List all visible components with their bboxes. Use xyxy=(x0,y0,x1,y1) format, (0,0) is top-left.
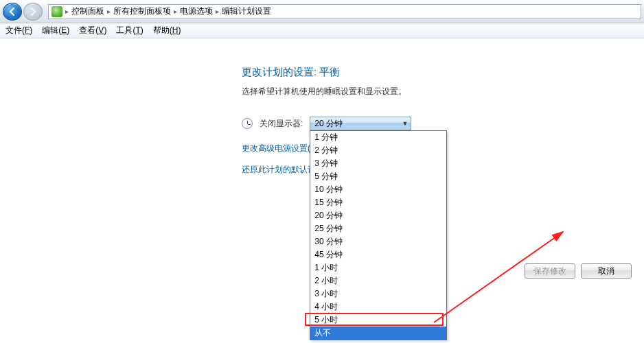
content-area: 更改计划的设置: 平衡 选择希望计算机使用的睡眠设置和显示设置。 关闭显示器: … xyxy=(0,38,644,343)
menu-bar: 文件(F) 编辑(E) 查看(V) 工具(T) 帮助(H) xyxy=(0,23,644,38)
option[interactable]: 3 分钟 xyxy=(310,157,446,170)
save-button[interactable]: 保存修改 xyxy=(525,263,575,279)
nav-bar: ▸ 控制面板 ▸ 所有控制面板项 ▸ 电源选项 ▸ 编辑计划设置 xyxy=(0,0,644,23)
option[interactable]: 10 分钟 xyxy=(310,183,446,196)
combo-value: 20 分钟 xyxy=(314,118,343,130)
display-off-label: 关闭显示器: xyxy=(260,118,303,130)
back-button[interactable] xyxy=(3,3,22,21)
menu-view[interactable]: 查看(V) xyxy=(79,25,106,36)
breadcrumb[interactable]: 编辑计划设置 xyxy=(222,5,271,17)
option[interactable]: 5 小时 xyxy=(310,314,446,327)
display-off-row: 关闭显示器: 20 分钟 ▼ 1 分钟 2 分钟 3 分钟 5 分钟 10 分钟… xyxy=(242,117,612,130)
menu-help[interactable]: 帮助(H) xyxy=(153,25,181,36)
option[interactable]: 20 分钟 xyxy=(310,209,446,222)
option[interactable]: 4 小时 xyxy=(310,300,446,314)
menu-file[interactable]: 文件(F) xyxy=(5,25,32,36)
chevron-right-icon: ▸ xyxy=(174,8,177,15)
option[interactable]: 2 分钟 xyxy=(310,144,446,157)
option[interactable]: 30 分钟 xyxy=(310,235,446,248)
display-icon xyxy=(242,118,253,129)
page-title: 更改计划的设置: 平衡 xyxy=(242,66,612,79)
page-description: 选择希望计算机使用的睡眠设置和显示设置。 xyxy=(242,86,612,97)
cancel-button[interactable]: 取消 xyxy=(581,263,632,279)
option[interactable]: 2 小时 xyxy=(310,274,446,287)
forward-button[interactable] xyxy=(23,3,43,21)
button-row: 保存修改 取消 xyxy=(525,263,632,279)
option[interactable]: 3 小时 xyxy=(310,287,446,300)
power-options-icon xyxy=(51,6,62,17)
chevron-down-icon: ▼ xyxy=(402,120,408,127)
display-off-select[interactable]: 20 分钟 ▼ 1 分钟 2 分钟 3 分钟 5 分钟 10 分钟 15 分钟 … xyxy=(310,117,411,130)
chevron-right-icon: ▸ xyxy=(216,8,219,15)
option[interactable]: 5 分钟 xyxy=(310,170,446,183)
option[interactable]: 1 分钟 xyxy=(310,131,446,144)
breadcrumb[interactable]: 电源选项 xyxy=(180,5,213,17)
option-never[interactable]: 从不 xyxy=(310,327,446,340)
display-off-dropdown: 1 分钟 2 分钟 3 分钟 5 分钟 10 分钟 15 分钟 20 分钟 25… xyxy=(310,130,447,340)
menu-tools[interactable]: 工具(T) xyxy=(116,25,143,36)
address-bar[interactable]: ▸ 控制面板 ▸ 所有控制面板项 ▸ 电源选项 ▸ 编辑计划设置 xyxy=(48,4,641,19)
option[interactable]: 15 分钟 xyxy=(310,196,446,209)
option[interactable]: 45 分钟 xyxy=(310,248,446,261)
option[interactable]: 1 小时 xyxy=(310,261,446,274)
breadcrumb[interactable]: 所有控制面板项 xyxy=(113,5,171,17)
chevron-right-icon: ▸ xyxy=(65,8,69,15)
menu-edit[interactable]: 编辑(E) xyxy=(42,25,69,36)
breadcrumb[interactable]: 控制面板 xyxy=(71,5,104,17)
chevron-right-icon: ▸ xyxy=(107,8,111,15)
option[interactable]: 25 分钟 xyxy=(310,222,446,235)
